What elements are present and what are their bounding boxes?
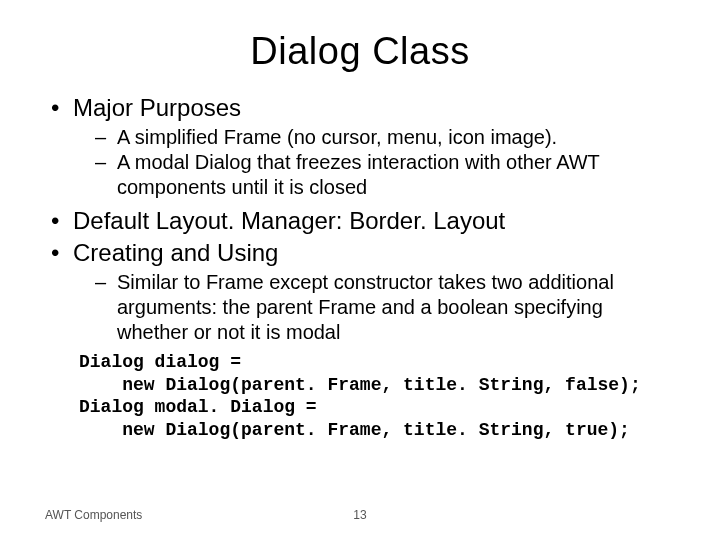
bullet-major-purposes: Major Purposes A simplified Frame (no cu… xyxy=(45,93,675,200)
slide-title: Dialog Class xyxy=(45,30,675,73)
bullet-text: Creating and Using xyxy=(73,239,278,266)
bullet-default-layout: Default Layout. Manager: Border. Layout xyxy=(45,206,675,236)
bullet-list-level2: Similar to Frame except constructor take… xyxy=(73,270,675,345)
bullet-text: Major Purposes xyxy=(73,94,241,121)
slide: Dialog Class Major Purposes A simplified… xyxy=(0,0,720,540)
slide-content: Major Purposes A simplified Frame (no cu… xyxy=(45,93,675,441)
subbullet-similar-frame: Similar to Frame except constructor take… xyxy=(95,270,675,345)
bullet-creating-using: Creating and Using Similar to Frame exce… xyxy=(45,238,675,345)
bullet-list-level2: A simplified Frame (no cursor, menu, ico… xyxy=(73,125,675,200)
footer-page-number: 13 xyxy=(0,508,720,522)
subbullet-simplified-frame: A simplified Frame (no cursor, menu, ico… xyxy=(95,125,675,150)
subbullet-modal-dialog: A modal Dialog that freezes interaction … xyxy=(95,150,675,200)
code-block: Dialog dialog = new Dialog(parent. Frame… xyxy=(79,351,675,441)
bullet-list-level1: Major Purposes A simplified Frame (no cu… xyxy=(45,93,675,345)
